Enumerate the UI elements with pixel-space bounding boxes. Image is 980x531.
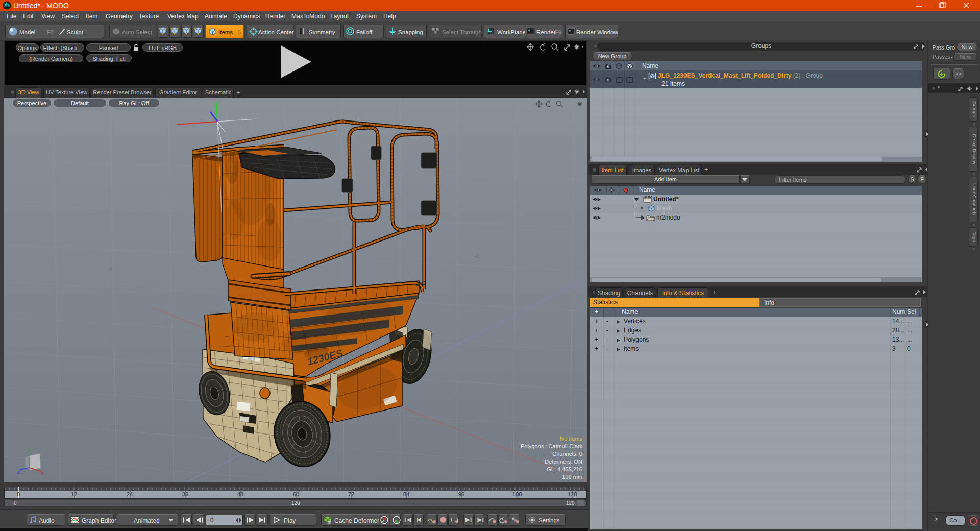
svg-text:Z: Z [17, 470, 20, 475]
svg-text:96: 96 [458, 491, 464, 497]
svg-text:120: 120 [568, 491, 577, 497]
svg-text:12: 12 [71, 491, 77, 497]
svg-text:Y: Y [27, 448, 30, 453]
svg-text:48: 48 [237, 491, 243, 497]
svg-text:-Z: -Z [474, 253, 479, 259]
svg-text:60: 60 [293, 491, 299, 497]
svg-text:108: 108 [512, 491, 522, 497]
svg-text:0: 0 [17, 491, 20, 497]
svg-text:24: 24 [127, 491, 133, 497]
svg-text:-X: -X [107, 266, 113, 272]
svg-text:72: 72 [348, 491, 354, 497]
svg-text:36: 36 [182, 491, 188, 497]
svg-text:84: 84 [403, 491, 409, 497]
svg-text:X: X [41, 471, 44, 476]
